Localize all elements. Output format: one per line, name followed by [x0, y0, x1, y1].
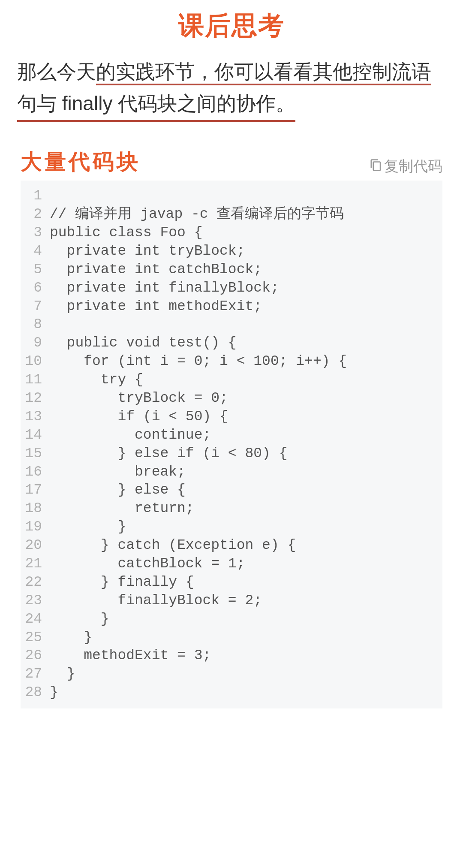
- line-number: 17: [25, 481, 50, 500]
- code-text: }: [50, 629, 92, 647]
- code-line: 7 private int methodExit;: [25, 298, 438, 316]
- code-text: private int catchBlock;: [50, 261, 262, 279]
- code-text: } catch (Exception e) {: [50, 536, 296, 555]
- code-line: 12 tryBlock = 0;: [25, 389, 438, 408]
- code-text: // 编译并用 javap -c 查看编译后的字节码: [50, 205, 344, 224]
- code-line: 26 methodExit = 3;: [25, 647, 438, 665]
- code-line: 4 private int tryBlock;: [25, 242, 438, 261]
- code-line: 20 } catch (Exception e) {: [25, 536, 438, 555]
- code-line: 21 catchBlock = 1;: [25, 555, 438, 573]
- code-text: } else if (i < 80) {: [50, 445, 288, 463]
- code-line: 2// 编译并用 javap -c 查看编译后的字节码: [25, 205, 438, 224]
- code-line: 13 if (i < 50) {: [25, 408, 438, 426]
- code-line: 14 continue;: [25, 426, 438, 445]
- code-text: }: [50, 610, 109, 629]
- code-line: 17 } else {: [25, 481, 438, 500]
- line-number: 11: [25, 371, 50, 389]
- code-text: finallyBlock = 2;: [50, 592, 262, 610]
- copy-code-label: 复制代码: [384, 157, 442, 176]
- intro-text-underline-1: 的实践环节，你可以看看其他控制流语: [96, 60, 431, 85]
- line-number: 22: [25, 573, 50, 592]
- line-number: 26: [25, 647, 50, 665]
- code-line: 15 } else if (i < 80) {: [25, 445, 438, 463]
- line-number: 19: [25, 518, 50, 536]
- code-line: 19 }: [25, 518, 438, 536]
- code-line: 23 finallyBlock = 2;: [25, 592, 438, 610]
- code-line: 3public class Foo {: [25, 224, 438, 242]
- line-number: 13: [25, 408, 50, 426]
- code-text: public void test() {: [50, 334, 237, 353]
- intro-paragraph: 那么今天的实践环节，你可以看看其他控制流语 句与 finally 代码块之间的协…: [0, 56, 463, 135]
- code-text: public class Foo {: [50, 224, 202, 242]
- code-text: private int tryBlock;: [50, 242, 245, 261]
- line-number: 16: [25, 463, 50, 482]
- line-number: 6: [25, 279, 50, 298]
- code-line: 1: [25, 187, 438, 205]
- code-line: 18 return;: [25, 500, 438, 518]
- code-line: 27 }: [25, 665, 438, 684]
- line-number: 24: [25, 610, 50, 629]
- line-number: 10: [25, 353, 50, 371]
- code-line: 8: [25, 316, 438, 334]
- line-number: 28: [25, 684, 50, 702]
- code-text: for (int i = 0; i < 100; i++) {: [50, 353, 347, 371]
- line-number: 2: [25, 205, 50, 224]
- line-number: 9: [25, 334, 50, 353]
- intro-text-plain: 那么今天: [17, 60, 96, 83]
- code-text: if (i < 50) {: [50, 408, 228, 426]
- code-text: catchBlock = 1;: [50, 555, 245, 573]
- code-line: 9 public void test() {: [25, 334, 438, 353]
- line-number: 1: [25, 187, 50, 205]
- line-number: 7: [25, 298, 50, 316]
- line-number: 5: [25, 261, 50, 279]
- code-line: 6 private int finallyBlock;: [25, 279, 438, 298]
- code-text: private int finallyBlock;: [50, 279, 279, 298]
- code-line: 5 private int catchBlock;: [25, 261, 438, 279]
- code-text: }: [50, 518, 126, 536]
- code-line: 28}: [25, 684, 438, 702]
- line-number: 18: [25, 500, 50, 518]
- code-line: 16 break;: [25, 463, 438, 482]
- page-title: 课后思考: [0, 0, 463, 56]
- code-line: 25 }: [25, 629, 438, 647]
- code-line: 11 try {: [25, 371, 438, 389]
- code-line: 22 } finally {: [25, 573, 438, 592]
- line-number: 3: [25, 224, 50, 242]
- code-text: try {: [50, 371, 143, 389]
- code-text: methodExit = 3;: [50, 647, 211, 665]
- code-text: tryBlock = 0;: [50, 389, 228, 408]
- code-text: }: [50, 665, 75, 684]
- line-number: 23: [25, 592, 50, 610]
- code-line: 24 }: [25, 610, 438, 629]
- code-section: 大量代码块 复制代码 12// 编译并用 javap -c 查看编译后的字节码3…: [21, 148, 442, 708]
- line-number: 15: [25, 445, 50, 463]
- code-line: 10 for (int i = 0; i < 100; i++) {: [25, 353, 438, 371]
- line-number: 8: [25, 316, 50, 334]
- code-text: } finally {: [50, 573, 194, 592]
- code-text: break;: [50, 463, 186, 482]
- line-number: 12: [25, 389, 50, 408]
- code-block-title: 大量代码块: [21, 148, 141, 176]
- code-block: 12// 编译并用 javap -c 查看编译后的字节码3public clas…: [21, 181, 442, 708]
- code-text: return;: [50, 500, 194, 518]
- copy-code-button[interactable]: 复制代码: [370, 157, 442, 176]
- line-number: 14: [25, 426, 50, 445]
- line-number: 21: [25, 555, 50, 573]
- code-text: } else {: [50, 481, 186, 500]
- code-text: private int methodExit;: [50, 298, 262, 316]
- code-text: }: [50, 684, 58, 702]
- line-number: 20: [25, 536, 50, 555]
- line-number: 27: [25, 665, 50, 684]
- code-header: 大量代码块 复制代码: [21, 148, 442, 181]
- intro-text-underline-2: 句与 finally 代码块之间的协作。: [17, 88, 295, 122]
- line-number: 4: [25, 242, 50, 261]
- copy-icon: [370, 158, 382, 175]
- code-text: continue;: [50, 426, 211, 445]
- line-number: 25: [25, 629, 50, 647]
